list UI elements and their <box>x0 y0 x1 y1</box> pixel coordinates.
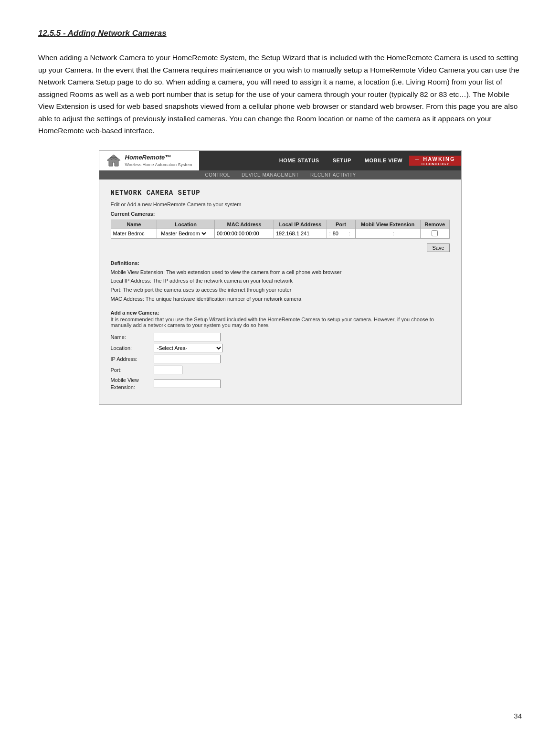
sub-nav: CONTROL DEVICE MANAGEMENT RECENT ACTIVIT… <box>99 170 461 179</box>
input-ext[interactable] <box>154 380 221 388</box>
main-panel: NETWORK CAMERA SETUP Edit or Add a new H… <box>99 179 461 404</box>
cell-extension: : <box>355 229 420 238</box>
main-nav: HOME STATUS SETUP MOBILE VIEW ⸻ HAWKING … <box>273 151 461 170</box>
form-row-location: Location: -Select Area- <box>111 344 450 352</box>
logo-area: HomeRemote™ Wireless Home Automation Sys… <box>99 151 199 170</box>
section-title: 12.5.5 - Adding Network Cameras <box>38 29 522 38</box>
brand-name: HomeRemote™ <box>125 154 192 161</box>
cell-port: : : <box>327 229 355 238</box>
save-area: Save <box>111 242 450 252</box>
form-row-port: Port: <box>111 366 450 374</box>
col-port: Port <box>327 220 355 229</box>
brand-subtitle: Wireless Home Automation System <box>125 162 192 167</box>
page-number: 34 <box>514 712 522 720</box>
panel-edit-text: Edit or Add a new HomeRemote Camera to y… <box>111 201 450 207</box>
form-row-ip: IP Address: <box>111 355 450 363</box>
remove-checkbox[interactable] <box>432 230 438 236</box>
save-button[interactable]: Save <box>427 243 449 252</box>
cell-ip <box>274 229 327 238</box>
definitions-title: Definitions: <box>111 259 450 268</box>
col-mobil-ext: Mobil View Extension <box>355 220 420 229</box>
ui-screenshot: HomeRemote™ Wireless Home Automation Sys… <box>99 150 462 405</box>
cameras-table: Name Location MAC Address Local IP Addre… <box>111 220 450 239</box>
cell-mac <box>214 229 274 238</box>
input-name[interactable] <box>154 333 221 341</box>
nav-mobile-view[interactable]: MOBILE VIEW <box>358 151 409 170</box>
body-paragraph: When adding a Network Camera to your Hom… <box>38 52 522 137</box>
col-location: Location <box>157 220 215 229</box>
def-item-1: Mobile View Extension: The web extension… <box>111 268 450 277</box>
definitions-section: Definitions: Mobile View Extension: The … <box>111 259 450 303</box>
def-item-3: Port: The web port the camera uses to ac… <box>111 285 450 295</box>
subnav-control[interactable]: CONTROL <box>200 172 236 178</box>
camera-location-select[interactable]: Master Bedroom <box>159 230 208 237</box>
camera-name-input[interactable] <box>113 231 151 236</box>
input-port[interactable] <box>154 366 182 374</box>
camera-mac-input[interactable] <box>217 231 267 236</box>
logo-text: HomeRemote™ Wireless Home Automation Sys… <box>125 154 192 168</box>
home-icon <box>106 154 121 167</box>
nav-home-status[interactable]: HOME STATUS <box>273 151 326 170</box>
nav-setup[interactable]: SETUP <box>326 151 358 170</box>
cell-remove <box>420 229 449 238</box>
col-ip: Local IP Address <box>274 220 327 229</box>
panel-title: NETWORK CAMERA SETUP <box>111 189 450 197</box>
col-remove: Remove <box>420 220 449 229</box>
camera-ext-input[interactable] <box>358 231 391 236</box>
add-camera-desc: It is recommended that you use the Setup… <box>111 317 450 328</box>
svg-marker-0 <box>107 155 120 166</box>
cell-name <box>111 229 157 238</box>
hawking-logo: ⸻ HAWKING TECHNOLOGY <box>409 156 461 166</box>
camera-ip-input[interactable] <box>276 231 317 236</box>
form-row-name: Name: <box>111 333 450 341</box>
add-camera-title: Add a new Camera: <box>111 310 450 316</box>
label-ext: Mobile View Extension: <box>111 377 154 391</box>
select-location[interactable]: -Select Area- <box>154 344 223 352</box>
label-port: Port: <box>111 367 154 373</box>
label-name: Name: <box>111 334 154 340</box>
label-location: Location: <box>111 345 154 351</box>
col-name: Name <box>111 220 157 229</box>
cell-location: Master Bedroom <box>157 229 215 238</box>
subnav-recent-activity[interactable]: RECENT ACTIVITY <box>305 172 362 178</box>
label-ip: IP Address: <box>111 356 154 362</box>
table-row: Master Bedroom : : <box>111 229 449 238</box>
form-row-ext: Mobile View Extension: <box>111 377 450 391</box>
subnav-device-mgmt[interactable]: DEVICE MANAGEMENT <box>236 172 305 178</box>
current-cameras-label: Current Cameras: <box>111 211 450 217</box>
ui-header: HomeRemote™ Wireless Home Automation Sys… <box>99 151 461 170</box>
col-mac: MAC Address <box>214 220 274 229</box>
def-item-2: Local IP Address: The IP address of the … <box>111 276 450 285</box>
input-ip[interactable] <box>154 355 221 363</box>
camera-port-input[interactable] <box>333 231 347 236</box>
add-camera-section: Add a new Camera: It is recommended that… <box>111 310 450 391</box>
def-item-4: MAC Address: The unique hardware identif… <box>111 295 450 304</box>
